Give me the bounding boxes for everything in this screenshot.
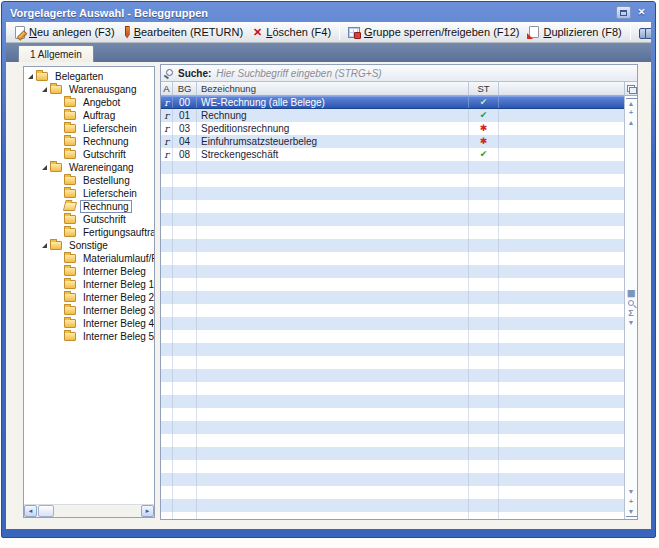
duplicate-button[interactable]: Duplizieren (F8) [524, 23, 626, 41]
table-row-empty[interactable] [161, 291, 624, 304]
tree-item[interactable]: Interner Beleg [24, 265, 154, 278]
cell-bg [173, 200, 197, 213]
table-row-empty[interactable] [161, 473, 624, 486]
table-row-empty[interactable] [161, 512, 624, 519]
scroll-down-icon[interactable]: ▼ [626, 487, 637, 497]
tree-expander-icon[interactable] [42, 243, 47, 248]
scroll-top-icon[interactable]: ▲ [626, 98, 637, 108]
tree-item[interactable]: Gutschrift [24, 148, 154, 161]
table-row-empty[interactable] [161, 330, 624, 343]
table-row-empty[interactable] [161, 343, 624, 356]
table-row[interactable]: r04Einfuhrumsatzsteuerbeleg✱ [161, 135, 624, 148]
table-row-empty[interactable] [161, 382, 624, 395]
delete-button[interactable]: ✕Löschen (F4) [248, 23, 336, 41]
cell-st: ✱ [469, 122, 499, 135]
table-row-empty[interactable] [161, 265, 624, 278]
edit-button[interactable]: Bearbeiten (RETURN) [120, 23, 248, 41]
scroll-bottom-icon[interactable]: ▼ [626, 507, 637, 517]
scroll-row-up-icon[interactable]: + [626, 108, 637, 118]
table-row[interactable]: r01Rechnung✔ [161, 109, 624, 122]
table-row-empty[interactable] [161, 421, 624, 434]
folder-icon [64, 332, 76, 341]
zoom-icon[interactable] [626, 298, 637, 308]
table-row-empty[interactable] [161, 187, 624, 200]
table-row[interactable]: r03Speditionsrechnung✱ [161, 122, 624, 135]
tree-item[interactable]: Wareneingang [24, 161, 154, 174]
scroll-left-button[interactable]: ◄ [24, 505, 37, 517]
cell-bg [173, 486, 197, 499]
column-header-st[interactable]: ST [469, 82, 499, 95]
tree-expander-icon[interactable] [42, 165, 47, 170]
table-row-empty[interactable] [161, 174, 624, 187]
table-row-empty[interactable] [161, 200, 624, 213]
tree-item[interactable]: Lieferschein [24, 122, 154, 135]
filter-icon[interactable]: ▼ [626, 318, 637, 328]
table-row-empty[interactable] [161, 317, 624, 330]
tree-item[interactable]: Lieferschein [24, 187, 154, 200]
column-header-bezeichnung[interactable]: Bezeichnung [197, 82, 469, 95]
table-row-empty[interactable] [161, 278, 624, 291]
tree-item[interactable]: Interner Beleg 3 (PPS) [24, 304, 154, 317]
tree-item-label: Lieferschein [80, 187, 140, 200]
table-row-empty[interactable] [161, 395, 624, 408]
tree-expander-icon[interactable] [28, 74, 33, 79]
table-row-empty[interactable] [161, 252, 624, 265]
tree-item[interactable]: Belegarten [24, 70, 154, 83]
scroll-up-icon[interactable]: ▲ [626, 118, 637, 128]
close-button[interactable]: ✕ [634, 6, 649, 19]
cell-bezeichnung [197, 499, 469, 512]
scroll-row-down-icon[interactable]: + [626, 497, 637, 507]
tree-item[interactable]: Sonstige [24, 239, 154, 252]
restore-button[interactable] [616, 6, 631, 19]
table-row-empty[interactable] [161, 460, 624, 473]
search-button[interactable]: Suchen (STRG+S) [634, 23, 651, 41]
cell-bg [173, 161, 197, 174]
folder-open-icon [63, 202, 77, 211]
table-row-empty[interactable] [161, 408, 624, 421]
tree-item[interactable]: Fertigungsauftrag (PPS) [24, 226, 154, 239]
tree-item[interactable]: Materialumlauf/Reparatur [24, 252, 154, 265]
cell-bg [173, 239, 197, 252]
table-row[interactable]: r08Streckengeschäft✔ [161, 148, 624, 161]
column-header-bg[interactable]: BG [173, 82, 197, 95]
tab-allgemein[interactable]: 1 Allgemein [18, 45, 94, 62]
cell-st [469, 291, 499, 304]
tree-item[interactable]: Rechnung [24, 135, 154, 148]
table-row-empty[interactable] [161, 226, 624, 239]
column-chooser-icon[interactable] [625, 82, 638, 96]
tree-horizontal-scrollbar[interactable]: ◄ ► [24, 504, 154, 517]
grid-view-icon[interactable]: ▦ [626, 288, 637, 298]
tree-item[interactable]: Auftrag [24, 109, 154, 122]
table-row-empty[interactable] [161, 239, 624, 252]
new-button[interactable]: Neu anlegen (F3) [10, 23, 120, 41]
table-row-empty[interactable] [161, 447, 624, 460]
tree-item[interactable]: Angebot [24, 96, 154, 109]
table-row-empty[interactable] [161, 486, 624, 499]
table-row-empty[interactable] [161, 369, 624, 382]
tree-item[interactable]: Gutschrift [24, 213, 154, 226]
lock-group-button[interactable]: Gruppe sperren/freigeben (F12) [343, 23, 524, 41]
table-row-empty[interactable] [161, 434, 624, 447]
tree-expander-icon[interactable] [42, 87, 47, 92]
table-row-empty[interactable] [161, 161, 624, 174]
cell-bg [173, 187, 197, 200]
table-row[interactable]: r00WE-Rechnung (alle Belege)✔ [161, 96, 624, 109]
scroll-right-button[interactable]: ► [141, 505, 154, 517]
scrollbar-thumb[interactable] [38, 505, 54, 517]
table-row-empty[interactable] [161, 356, 624, 369]
tree-item-label: Belegarten [52, 70, 106, 83]
cell-bg: 01 [173, 109, 197, 122]
sum-icon[interactable]: Σ [626, 308, 637, 318]
tree-item[interactable]: Rechnung [24, 200, 154, 213]
tree-item[interactable]: Interner Beleg 1 (PPS) [24, 278, 154, 291]
table-row-empty[interactable] [161, 499, 624, 512]
search-input[interactable] [216, 68, 637, 79]
table-row-empty[interactable] [161, 213, 624, 226]
tree-item[interactable]: Interner Beleg 2 (PPS) [24, 291, 154, 304]
column-header-a[interactable]: A [161, 82, 173, 95]
tree-item[interactable]: Interner Beleg 4 (PPS) [24, 317, 154, 330]
tree-item[interactable]: Bestellung [24, 174, 154, 187]
tree-item[interactable]: Interner Beleg 5 (PPS) [24, 330, 154, 343]
tree-item[interactable]: Warenausgang [24, 83, 154, 96]
table-row-empty[interactable] [161, 304, 624, 317]
